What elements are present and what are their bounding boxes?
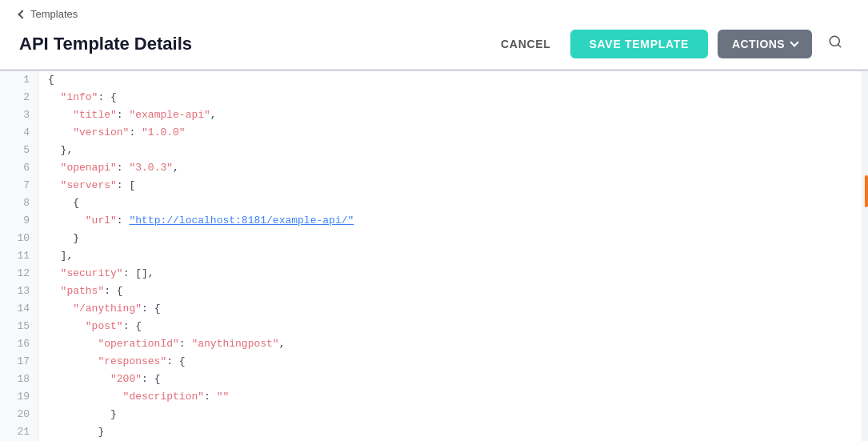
code-line: "title": "example-api", <box>48 106 868 124</box>
svg-line-1 <box>838 44 840 46</box>
line-number: 13 <box>0 283 38 300</box>
line-number: 1 <box>0 71 38 89</box>
punctuation-token: } <box>48 426 104 438</box>
line-number: 2 <box>0 89 38 106</box>
breadcrumb-label: Templates <box>30 8 78 20</box>
scrollbar[interactable] <box>862 71 868 441</box>
header-actions: CANCEL SAVE TEMPLATE ACTIONS <box>491 28 849 59</box>
line-number: 20 <box>0 406 38 423</box>
code-line: } <box>48 230 868 247</box>
key-token: "security" <box>48 267 123 279</box>
chevron-left-icon <box>18 10 26 18</box>
code-line: "servers": [ <box>48 177 868 194</box>
code-line: "description": "" <box>48 388 868 406</box>
punctuation-token: { <box>48 197 79 209</box>
punctuation-token: : { <box>142 373 160 385</box>
punctuation-token: : { <box>98 91 116 103</box>
code-line: "200": { <box>48 371 868 388</box>
key-token: "servers" <box>48 179 117 191</box>
search-button[interactable] <box>822 28 849 59</box>
line-number: 16 <box>0 335 38 353</box>
punctuation-token: : { <box>123 320 142 332</box>
key-token: "responses" <box>48 355 166 367</box>
line-number: 8 <box>0 194 38 212</box>
punctuation-token: : [ <box>117 179 135 191</box>
code-line: "/anything": { <box>48 300 868 318</box>
code-line: "version": "1.0.0" <box>48 124 868 142</box>
line-number: 14 <box>0 300 38 318</box>
key-token: "operationId" <box>48 338 179 350</box>
line-number: 18 <box>0 371 38 388</box>
page-header: Templates API Template Details CANCEL SA… <box>0 0 868 70</box>
key-token: "200" <box>48 373 142 385</box>
code-line: } <box>48 406 868 423</box>
string-token: "1.0.0" <box>142 126 186 138</box>
code-editor: 1234567891011121314151617181920212223242… <box>0 70 868 441</box>
punctuation-token: }, <box>48 144 73 156</box>
line-number: 10 <box>0 230 38 247</box>
line-numbers: 1234567891011121314151617181920212223242… <box>0 71 38 441</box>
line-number: 4 <box>0 124 38 142</box>
link-token: "http://localhost:8181/example-api/" <box>129 214 354 227</box>
string-token: "anythingpost" <box>191 338 278 350</box>
actions-label: ACTIONS <box>732 38 785 50</box>
actions-button[interactable]: ACTIONS <box>718 30 812 58</box>
code-line: "operationId": "anythingpost", <box>48 335 868 353</box>
punctuation-token: , <box>173 162 179 174</box>
line-number: 19 <box>0 388 38 406</box>
page-title: API Template Details <box>19 34 192 54</box>
code-line: "post": { <box>48 318 868 335</box>
breadcrumb-link[interactable]: Templates <box>19 8 849 20</box>
punctuation-token: } <box>48 408 117 420</box>
code-line: "info": { <box>48 89 868 106</box>
punctuation-token: , <box>210 109 217 121</box>
code-line: { <box>48 71 868 89</box>
line-number: 12 <box>0 265 38 283</box>
line-number: 6 <box>0 159 38 177</box>
code-line: "openapi": "3.0.3", <box>48 159 868 177</box>
punctuation-token: , <box>279 338 286 350</box>
punctuation-token: } <box>48 232 79 244</box>
code-line: }, <box>48 142 868 159</box>
punctuation-token: : <box>117 214 130 227</box>
line-number: 3 <box>0 106 38 124</box>
save-template-button[interactable]: SAVE TEMPLATE <box>570 30 708 58</box>
cancel-button[interactable]: CANCEL <box>491 31 561 57</box>
scrollbar-thumb <box>865 175 868 207</box>
code-line: { <box>48 194 868 212</box>
line-number: 11 <box>0 247 38 265</box>
code-area[interactable]: { "info": { "title": "example-api", "ver… <box>38 71 868 441</box>
string-token: "3.0.3" <box>129 162 173 174</box>
punctuation-token: : <box>117 162 130 174</box>
punctuation-token: : <box>179 338 192 350</box>
chevron-down-icon <box>790 38 798 46</box>
punctuation-token: : { <box>166 355 185 367</box>
key-token: "/anything" <box>48 303 142 315</box>
code-line: "paths": { <box>48 283 868 300</box>
key-token: "description" <box>48 391 204 403</box>
punctuation-token: : { <box>142 303 160 315</box>
line-number: 5 <box>0 142 38 159</box>
punctuation-token: : [], <box>123 267 154 279</box>
key-token: "version" <box>48 126 129 138</box>
search-icon <box>828 34 842 49</box>
code-line: ], <box>48 247 868 265</box>
line-number: 15 <box>0 318 38 335</box>
code-line: "url": "http://localhost:8181/example-ap… <box>48 212 868 230</box>
code-line: } <box>48 423 868 441</box>
punctuation-token: : <box>204 391 217 403</box>
string-token: "example-api" <box>129 109 210 121</box>
key-token: "paths" <box>48 285 104 297</box>
line-number: 7 <box>0 177 38 194</box>
punctuation-token: : { <box>104 285 122 297</box>
line-number: 9 <box>0 212 38 230</box>
key-token: "post" <box>48 320 123 332</box>
punctuation-token: : <box>117 109 130 121</box>
punctuation-token: ], <box>48 250 73 262</box>
string-token: "" <box>217 391 230 403</box>
code-line: "security": [], <box>48 265 868 283</box>
line-number: 21 <box>0 423 38 441</box>
key-token: "info" <box>48 91 98 103</box>
line-number: 17 <box>0 353 38 371</box>
punctuation-token: { <box>48 74 54 86</box>
